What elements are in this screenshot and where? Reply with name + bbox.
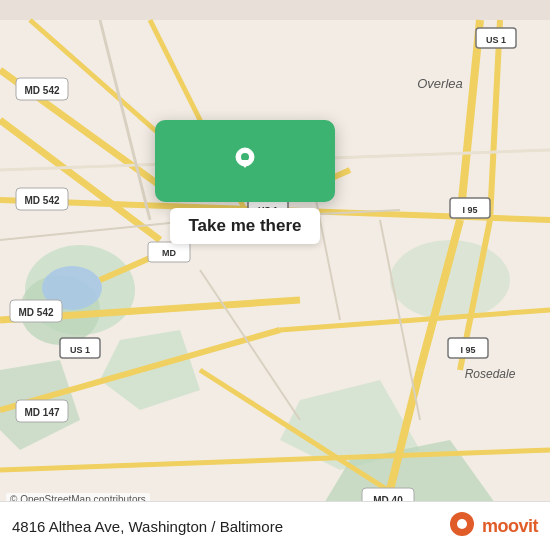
svg-text:MD 542: MD 542 bbox=[24, 195, 59, 206]
svg-text:MD 147: MD 147 bbox=[24, 407, 59, 418]
popup[interactable]: Take me there bbox=[155, 120, 335, 244]
location-pin-icon bbox=[223, 138, 267, 182]
svg-text:MD 542: MD 542 bbox=[18, 307, 53, 318]
svg-point-61 bbox=[457, 519, 467, 529]
svg-point-58 bbox=[241, 153, 249, 161]
bottom-bar: 4816 Althea Ave, Washington / Baltimore … bbox=[0, 501, 550, 550]
moovit-logo: moovit bbox=[446, 510, 538, 542]
svg-text:US 1: US 1 bbox=[70, 345, 90, 355]
svg-text:MD: MD bbox=[162, 248, 176, 258]
popup-label-container[interactable]: Take me there bbox=[170, 208, 319, 244]
take-me-there-button[interactable]: Take me there bbox=[188, 216, 301, 235]
svg-text:I 95: I 95 bbox=[460, 345, 475, 355]
svg-text:I 95: I 95 bbox=[462, 205, 477, 215]
map-background: MD 542 MD 542 MD 542 MD MD 147 US 1 US 1… bbox=[0, 0, 550, 550]
moovit-brand-icon bbox=[446, 510, 478, 542]
svg-text:Overlea: Overlea bbox=[417, 76, 463, 91]
svg-text:MD 542: MD 542 bbox=[24, 85, 59, 96]
map-container: MD 542 MD 542 MD 542 MD MD 147 US 1 US 1… bbox=[0, 0, 550, 550]
svg-text:Rosedale: Rosedale bbox=[465, 367, 516, 381]
moovit-brand-text: moovit bbox=[482, 516, 538, 537]
svg-text:US 1: US 1 bbox=[486, 35, 506, 45]
popup-box[interactable] bbox=[155, 120, 335, 202]
address-text: 4816 Althea Ave, Washington / Baltimore bbox=[12, 518, 283, 535]
